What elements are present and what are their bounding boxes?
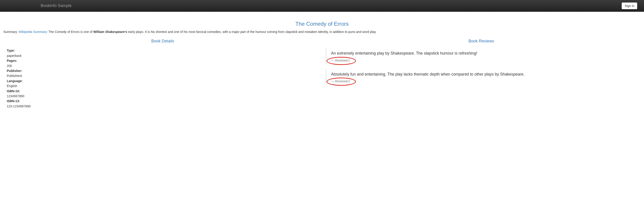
reviews-heading: Book Reviews: [326, 39, 637, 43]
summary-sep: : The Comedy of Errors is one of: [47, 30, 93, 34]
details-heading: Book Details: [7, 39, 318, 43]
type-value: paperback: [7, 53, 318, 58]
book-summary: Summary: Wikipedia Summary: The Comedy o…: [4, 29, 640, 34]
signin-button[interactable]: Sign in: [622, 2, 637, 9]
summary-prefix: Summary:: [4, 30, 19, 34]
pages-value: 200: [7, 63, 318, 68]
type-label: Type:: [7, 48, 318, 53]
language-value: English: [7, 83, 318, 88]
summary-rest: early plays. It is his shortest and one …: [127, 30, 376, 34]
book-title: The Comedy of Errors: [4, 21, 640, 27]
reviewer-name: Reviewer2: [335, 79, 350, 83]
navbar-right: Sign in: [622, 2, 637, 9]
publisher-label: Publisher:: [7, 68, 318, 73]
review-block: An extremely entertaining play by Shakes…: [326, 48, 637, 64]
wikipedia-link[interactable]: Wikipedia Summary: [19, 30, 47, 34]
navbar: BookInfo Sample Sign in: [0, 0, 644, 12]
publisher-value: PublisherA: [7, 73, 318, 78]
isbn10-label: ISBN-10:: [7, 89, 318, 94]
language-label: Language:: [7, 78, 318, 83]
isbn13-label: ISBN-13:: [7, 99, 318, 104]
content-row: Book Details Type: paperback Pages: 200 …: [4, 39, 640, 109]
navbar-brand[interactable]: BookInfo Sample: [37, 0, 75, 11]
reviewer-name: Reviewer1: [335, 59, 350, 62]
author-name: William Shakespeare's: [93, 30, 127, 34]
book-details: Type: paperback Pages: 200 Publisher: Pu…: [7, 48, 318, 109]
isbn10-value: 1234567890: [7, 94, 318, 99]
review-text: An extremely entertaining play by Shakes…: [331, 50, 633, 56]
isbn13-value: 123-1234567890: [7, 104, 318, 109]
review-author: Reviewer1: [331, 59, 350, 62]
review-author: Reviewer2: [331, 79, 350, 83]
review-text: Absolutely fun and entertaining. The pla…: [331, 71, 633, 77]
main-container: The Comedy of Errors Summary: Wikipedia …: [0, 21, 644, 109]
details-column: Book Details Type: paperback Pages: 200 …: [4, 39, 322, 109]
review-block: Absolutely fun and entertaining. The pla…: [326, 69, 637, 85]
reviews-column: Book Reviews An extremely entertaining p…: [322, 39, 640, 109]
pages-label: Pages:: [7, 58, 318, 63]
